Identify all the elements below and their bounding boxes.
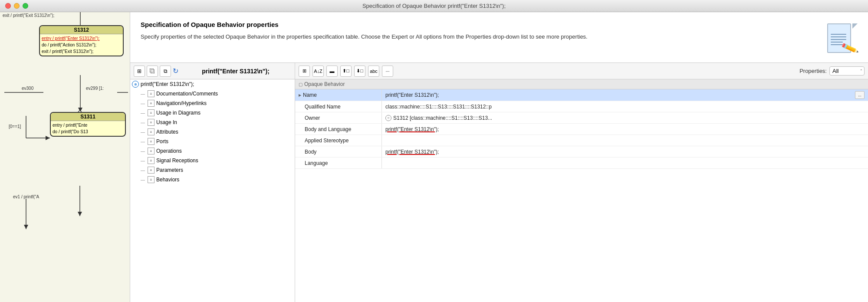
info-text: Specification of Opaque Behavior propert… <box>141 21 819 41</box>
doc-icon-attributes: ≡ <box>148 128 155 135</box>
guard-label: [0==1] <box>9 124 21 129</box>
s1311-state[interactable]: S1311 entry / printf("Ente do / printf("… <box>50 112 126 137</box>
tree-item-usage-in[interactable]: — ≡ Usage In <box>130 118 295 127</box>
s1311-do: do / printf("Do S13 <box>53 128 123 135</box>
doc-icon-usage-in: ≡ <box>148 119 155 126</box>
tree-dash-icon-9: — <box>141 168 146 173</box>
table-panel: ⊞ A↓Z ▬ ⬆︎□ ⬇︎□ abc ··· Properties: All … <box>295 63 868 302</box>
prop-row-name[interactable]: ▶ Name printf("Enter S1312\n"); ... <box>295 89 868 101</box>
prop-value-body: printf("Enter S1312\n"); <box>382 146 868 157</box>
edit-button-name[interactable]: ... <box>855 91 865 99</box>
doc-icon-usage: ≡ <box>148 109 155 116</box>
diagram-panel: exit / printf("Exit S1312\n"); S1312 ent… <box>0 12 130 302</box>
tree-item-label-3: Usage in Diagrams <box>156 110 201 116</box>
svg-marker-8 <box>46 136 50 140</box>
doc-icon-documentation: ≡ <box>148 90 155 97</box>
prop-name-qualified: Qualified Name <box>295 101 382 112</box>
section-collapse-icon[interactable]: ▢ <box>299 82 302 87</box>
prop-row-qualified[interactable]: Qualified Name class::machine::::S1::::S… <box>295 101 868 112</box>
prop-row-stereotype[interactable]: Applied Stereotype <box>295 135 868 146</box>
tree-content[interactable]: ⊕ printf("Enter S1312\n"); — ≡ Documenta… <box>130 79 295 302</box>
expand-icon-name[interactable]: ▶ <box>299 93 301 97</box>
table-view-button[interactable]: ⊞ <box>134 66 145 77</box>
prop-value-name: printf("Enter S1312\n"); ... <box>382 89 868 101</box>
tree-dash-icon-4: — <box>141 120 146 125</box>
element-title: printf("Enter S1312\n"); <box>180 68 291 75</box>
tree-dash-icon-5: — <box>141 130 146 135</box>
tree-dash-icon-2: — <box>141 101 146 106</box>
tree-item-usage-diagrams[interactable]: — ≡ Usage in Diagrams <box>130 108 295 118</box>
prop-row-language[interactable]: Language <box>295 158 868 169</box>
owner-circle-icon: ○ <box>385 115 391 121</box>
tree-item-parameters[interactable]: — ≡ Parameters <box>130 165 295 175</box>
s1312-exit: exit / printf("Exit S1312\n"); <box>42 48 121 55</box>
window-controls <box>5 3 28 9</box>
tree-item-signal-receptions[interactable]: — ≡ Signal Receptions <box>130 156 295 165</box>
main-layout: exit / printf("Exit S1312\n"); S1312 ent… <box>0 12 868 302</box>
tree-item-documentation[interactable]: — ≡ Documentation/Comments <box>130 89 295 98</box>
tree-item-label-5: Attributes <box>156 129 178 135</box>
prop-value-qualified: class::machine::::S1::::S13::::S131::::S… <box>382 101 868 112</box>
tree-item-navigation[interactable]: — ≡ Navigation/Hyperlinks <box>130 98 295 108</box>
tree-item-operations[interactable]: — ≡ Operations <box>130 146 295 156</box>
prop-name-name: ▶ Name <box>295 89 382 101</box>
info-description: Specify properties of the selected Opaqu… <box>141 33 819 41</box>
doc-line-3 <box>831 39 846 40</box>
tree-item-label-6: Ports <box>156 138 168 144</box>
tree-panel: ⊞ ⿻ ⧉ ↻ printf("Enter S1312\n"); ⊕ print… <box>130 63 295 302</box>
minimize-button[interactable] <box>14 3 20 9</box>
prop-value-language <box>382 158 868 168</box>
diagram-content: exit / printf("Exit S1312\n"); S1312 ent… <box>0 12 130 302</box>
tree-toolbar: ⊞ ⿻ ⧉ ↻ printf("Enter S1312\n"); <box>130 63 295 79</box>
abc-button[interactable]: abc <box>368 66 379 77</box>
info-title: Specification of Opaque Behavior propert… <box>141 21 819 28</box>
doc-fold <box>852 23 858 29</box>
prop-value-owner: ○ S1312 [class::machine::::S1::::S13::::… <box>382 112 868 123</box>
prop-row-owner[interactable]: Owner ○ S1312 [class::machine::::S1::::S… <box>295 112 868 124</box>
more-button[interactable]: ··· <box>382 66 393 77</box>
s1311-entry: entry / printf("Ente <box>53 122 123 128</box>
prop-name-language: Language <box>295 158 382 168</box>
ev299-label: ev299 [1: <box>86 86 104 91</box>
tree-item-attributes[interactable]: — ≡ Attributes <box>130 127 295 137</box>
svg-marker-2 <box>78 108 82 112</box>
filter-button[interactable]: ▬ <box>326 66 338 77</box>
s1312-do: do / printf("Action S1312\n"); <box>42 42 121 48</box>
s1312-state[interactable]: S1312 entry / printf("Enter S1312\n"); d… <box>39 25 124 56</box>
sort-button[interactable]: A↓Z <box>312 66 324 77</box>
prop-row-body-language[interactable]: Body and Language printf("Enter S1312\n"… <box>295 124 868 135</box>
copy-button[interactable]: ⿻ <box>147 66 158 77</box>
close-button[interactable] <box>5 3 11 9</box>
properties-table[interactable]: ▢ Opaque Behavior ▶ Name printf("Enter S… <box>295 79 868 302</box>
move-up-button[interactable]: ⬆︎□ <box>340 66 352 77</box>
tree-dash-icon-3: — <box>141 111 146 115</box>
doc-icon-behaviors: ≡ <box>148 176 155 183</box>
s1311-body: entry / printf("Ente do / printf("Do S13 <box>51 121 125 136</box>
tree-root-item[interactable]: ⊕ printf("Enter S1312\n"); <box>130 79 295 89</box>
doc-icon-ports: ≡ <box>148 138 155 145</box>
tree-dash-icon-7: — <box>141 149 146 154</box>
tree-dash-icon-6: — <box>141 139 146 144</box>
prop-row-body[interactable]: Body printf("Enter S1312\n"); <box>295 146 868 158</box>
s1312-entry: entry / printf("Enter S1312\n"); <box>42 35 121 42</box>
s1312-body: entry / printf("Enter S1312\n"); do / pr… <box>40 34 123 56</box>
properties-select-wrapper: All Expert Standard <box>829 66 865 76</box>
ev1-label: ev1 / printf("A <box>13 194 39 199</box>
properties-select[interactable]: All Expert Standard <box>829 66 865 76</box>
tree-dash-icon: — <box>141 92 146 96</box>
tree-item-behaviors[interactable]: — ≡ Behaviors <box>130 175 295 184</box>
prop-value-stereotype <box>382 135 868 146</box>
window-title: Specification of Opaque Behavior printf(… <box>362 3 506 9</box>
tree-item-label: Documentation/Comments <box>156 91 218 97</box>
prop-name-body: Body <box>295 146 382 157</box>
prop-name-owner: Owner <box>295 112 382 123</box>
doc-icon-navigation: ≡ <box>148 100 155 107</box>
tree-item-ports[interactable]: — ≡ Ports <box>130 137 295 146</box>
maximize-button[interactable] <box>23 3 28 9</box>
paste-button[interactable]: ⧉ <box>160 66 171 77</box>
doc-line-1 <box>831 34 846 35</box>
refresh-icon[interactable]: ↻ <box>173 67 178 75</box>
grid-view-button[interactable]: ⊞ <box>299 66 310 77</box>
move-down-button[interactable]: ⬇︎□ <box>354 66 365 77</box>
doc-icon-signal: ≡ <box>148 157 155 164</box>
